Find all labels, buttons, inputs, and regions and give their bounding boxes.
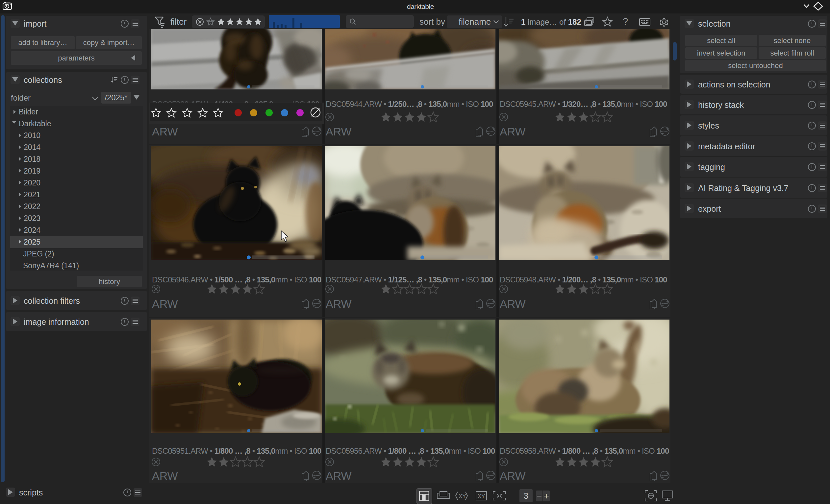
svg-text:XY: XY xyxy=(478,493,485,499)
svg-text:XY: XY xyxy=(458,493,466,499)
